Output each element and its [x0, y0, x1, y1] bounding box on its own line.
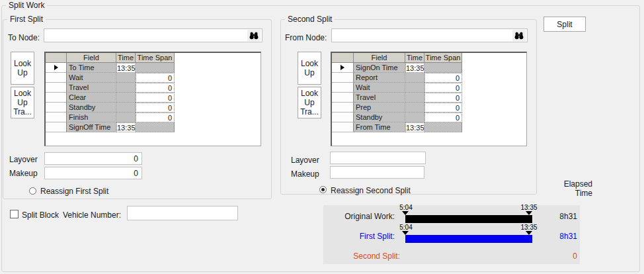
field-name-cell: Standby — [354, 113, 405, 122]
time-span-value-cell[interactable]: 0 — [424, 83, 462, 93]
row-selector-cell[interactable] — [46, 83, 67, 93]
time-value-cell[interactable] — [116, 103, 136, 113]
time-value-cell[interactable]: 13:35 — [405, 63, 424, 73]
time-value-cell[interactable] — [405, 93, 424, 103]
second-split-elapsed: 0 — [543, 251, 577, 261]
original-work-label: Original Work: — [323, 212, 395, 221]
time-span-value-cell[interactable] — [136, 122, 175, 132]
layover-label-first: Layover — [9, 155, 38, 164]
field-name-cell: Standby — [67, 103, 116, 113]
time-value-cell[interactable] — [116, 83, 136, 93]
lookup-button-first[interactable]: Look Up — [11, 52, 34, 85]
grid-row[interactable]: Travel0 — [332, 93, 526, 103]
makeup-input-second[interactable] — [330, 166, 424, 179]
grid-column-header: Time Span — [136, 53, 175, 63]
lookup-travel-button-first[interactable]: Look Up Tra... — [11, 87, 34, 118]
grid-row[interactable]: Standby0 — [46, 103, 261, 113]
first-split-end-tick: 13:35 — [520, 224, 538, 231]
row-selector-cell[interactable] — [332, 103, 354, 113]
grid-column-header: Time — [405, 53, 424, 63]
row-selector-cell[interactable] — [332, 93, 354, 103]
row-selector-cell[interactable] — [46, 63, 67, 73]
time-span-value-cell[interactable]: 0 — [424, 103, 462, 113]
grid-row[interactable]: To Time13:35 — [46, 63, 261, 73]
second-split-grid[interactable]: FieldTimeTime SpanSignOn Time13:35Report… — [331, 52, 527, 146]
lookup-button-second[interactable]: Look Up — [298, 52, 321, 85]
reassign-first-split-radio[interactable] — [29, 187, 36, 195]
to-node-search-button[interactable] — [247, 30, 261, 41]
time-span-value-cell[interactable]: 0 — [136, 93, 175, 103]
time-span-value-cell[interactable]: 0 — [136, 113, 175, 122]
field-name-cell: Finish — [67, 113, 116, 122]
time-span-value-cell[interactable] — [424, 63, 462, 73]
field-name-cell: Wait — [354, 83, 405, 93]
row-selector-cell[interactable] — [46, 103, 67, 113]
makeup-label-first: Makeup — [9, 169, 38, 178]
binoculars-icon — [249, 32, 259, 40]
elapsed-time-header: Elapsed Time — [546, 179, 592, 198]
time-value-cell[interactable] — [116, 93, 136, 103]
second-split-title: Second Split — [285, 15, 335, 24]
time-span-value-cell[interactable]: 0 — [424, 113, 462, 122]
grid-row[interactable]: Wait0 — [332, 83, 526, 93]
time-value-cell[interactable]: 13:35 — [116, 122, 136, 132]
time-span-value-cell[interactable]: 0 — [136, 103, 175, 113]
time-value-cell[interactable] — [405, 103, 424, 113]
row-selector-cell[interactable] — [46, 93, 67, 103]
time-value-cell[interactable] — [405, 113, 424, 122]
reassign-second-split-radio[interactable] — [319, 186, 327, 193]
from-node-label: From Node: — [285, 33, 327, 42]
lookup-travel-button-second[interactable]: Look Up Tra... — [298, 87, 321, 118]
layover-input-second[interactable] — [330, 152, 426, 164]
layover-input-first[interactable] — [44, 152, 142, 165]
binoculars-icon — [514, 32, 524, 40]
grid-row[interactable]: SignOff Time13:35 — [46, 122, 261, 132]
time-value-cell[interactable] — [405, 73, 424, 83]
time-value-cell[interactable] — [116, 73, 136, 83]
original-work-start-tick: 5:04 — [397, 204, 415, 211]
time-span-value-cell[interactable]: 0 — [424, 93, 462, 103]
field-name-cell: Prep — [354, 103, 405, 113]
grid-row[interactable]: From Time13:35 — [332, 122, 526, 132]
to-node-input[interactable] — [44, 28, 262, 42]
grid-row[interactable]: Travel0 — [46, 83, 261, 93]
row-selector-cell[interactable] — [46, 73, 67, 83]
time-value-cell[interactable] — [405, 83, 424, 93]
grid-row[interactable]: Wait0 — [46, 73, 261, 83]
grid-row[interactable]: Prep0 — [332, 103, 526, 113]
time-value-cell[interactable]: 13:35 — [116, 63, 136, 73]
time-span-value-cell[interactable] — [136, 63, 175, 73]
makeup-label-second: Makeup — [291, 169, 319, 179]
split-block-checkbox[interactable] — [10, 210, 19, 218]
to-node-label: To Node: — [8, 33, 40, 42]
row-selector-cell[interactable] — [332, 113, 354, 122]
from-node-search-button[interactable] — [512, 30, 526, 41]
grid-row[interactable]: Clear0 — [46, 93, 261, 103]
time-span-value-cell[interactable] — [424, 122, 462, 132]
time-value-cell[interactable] — [116, 113, 136, 122]
vehicle-number-input[interactable] — [127, 206, 238, 220]
row-selector-cell[interactable] — [46, 122, 67, 132]
original-work-bar — [405, 215, 532, 223]
field-name-cell: Travel — [354, 93, 405, 103]
grid-row[interactable]: Report0 — [332, 73, 526, 83]
makeup-input-first[interactable] — [44, 167, 142, 179]
first-split-grid[interactable]: FieldTimeTime SpanTo Time13:35Wait0Trave… — [44, 52, 261, 146]
time-span-value-cell[interactable]: 0 — [136, 73, 175, 83]
first-split-elapsed: 8h31 — [543, 232, 577, 241]
time-span-value-cell[interactable]: 0 — [424, 73, 462, 83]
time-value-cell[interactable]: 13:35 — [405, 122, 424, 132]
split-button[interactable]: Split — [543, 17, 586, 32]
row-selector-cell[interactable] — [332, 63, 354, 73]
reassign-second-split-label: Reassign Second Split — [331, 186, 411, 195]
row-selector-cell[interactable] — [332, 83, 354, 93]
row-selector-cell[interactable] — [46, 113, 67, 122]
grid-row[interactable]: Finish0 — [46, 113, 261, 122]
grid-row[interactable]: Standby0 — [332, 113, 526, 122]
grid-row[interactable]: SignOn Time13:35 — [332, 63, 526, 73]
field-name-cell: To Time — [67, 63, 116, 73]
time-span-value-cell[interactable]: 0 — [136, 83, 175, 93]
row-selector-cell[interactable] — [332, 122, 354, 132]
row-selector-cell[interactable] — [332, 73, 354, 83]
from-node-input[interactable] — [331, 28, 528, 42]
